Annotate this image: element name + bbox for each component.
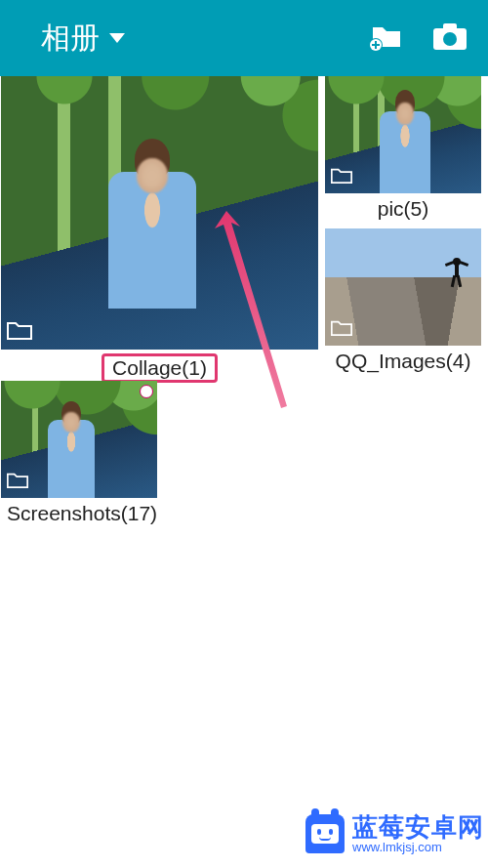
watermark: 蓝莓安卓网 www.lmkjsj.com bbox=[305, 813, 484, 854]
camera-button[interactable] bbox=[433, 22, 467, 54]
svg-rect-6 bbox=[443, 23, 457, 30]
toolbar-actions bbox=[369, 21, 472, 55]
svg-point-7 bbox=[443, 32, 457, 46]
album-label: pic(5) bbox=[325, 193, 481, 225]
app-toolbar: 相册 bbox=[0, 0, 488, 76]
new-folder-icon bbox=[369, 21, 404, 51]
svg-marker-0 bbox=[109, 33, 125, 43]
mascot-icon bbox=[305, 814, 345, 853]
toolbar-title: 相册 bbox=[41, 19, 100, 59]
highlight-annotation: Collage(1) bbox=[102, 353, 218, 383]
camera-icon bbox=[433, 22, 467, 50]
folder-icon bbox=[331, 167, 352, 187]
folder-icon bbox=[7, 320, 32, 344]
album-thumbnail bbox=[325, 76, 481, 193]
album-grid: Collage(1) pic(5) QQ_Images(4) bbox=[0, 76, 488, 82]
folder-icon bbox=[7, 472, 28, 492]
album-pic[interactable]: pic(5) bbox=[325, 76, 481, 225]
album-collage[interactable]: Collage(1) bbox=[1, 76, 318, 387]
watermark-title: 蓝莓安卓网 bbox=[352, 813, 484, 842]
album-thumbnail bbox=[1, 76, 318, 350]
folder-icon bbox=[331, 319, 352, 340]
album-label: Screenshots(17) bbox=[1, 498, 157, 529]
title-dropdown[interactable]: 相册 bbox=[16, 19, 369, 59]
watermark-url: www.lmkjsj.com bbox=[352, 841, 484, 854]
dropdown-arrow-icon bbox=[109, 33, 125, 43]
svg-rect-4 bbox=[372, 44, 380, 46]
album-label: QQ_Images(4) bbox=[325, 346, 481, 377]
new-folder-button[interactable] bbox=[369, 21, 404, 55]
album-screenshots[interactable]: Screenshots(17) bbox=[1, 381, 157, 529]
album-thumbnail bbox=[1, 381, 157, 498]
album-qq-images[interactable]: QQ_Images(4) bbox=[325, 228, 481, 377]
album-thumbnail bbox=[325, 228, 481, 346]
